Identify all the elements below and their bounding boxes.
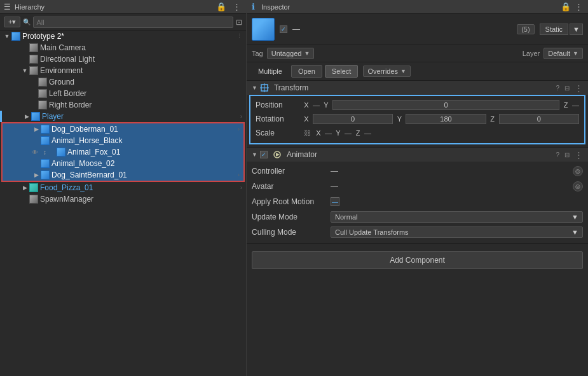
cube-icon-ground: [38, 78, 47, 87]
position-x-axis: X: [303, 101, 310, 109]
item-arrow-dog-doberman: ›: [238, 126, 243, 132]
animator-menu-icon[interactable]: ⋮: [575, 150, 583, 160]
animator-header[interactable]: ▼ ✓ Animator ? ⊟ ⋮: [247, 148, 588, 162]
hierarchy-toolbar: +▾ 🔍 ⊡: [0, 14, 246, 31]
tree-item-player[interactable]: ▶ Player ›: [0, 111, 246, 122]
transform-settings-icon[interactable]: ⊟: [564, 85, 570, 92]
rotation-x-axis: X: [303, 115, 310, 123]
position-z-value[interactable]: —: [572, 101, 579, 109]
hierarchy-list-icon: ☰: [4, 3, 11, 11]
tree-item-left-border[interactable]: Left Border: [0, 88, 246, 99]
collapse-arrow-prototype2: ▼: [3, 33, 11, 39]
rotation-z-axis: Z: [489, 115, 496, 123]
position-y-input[interactable]: [332, 100, 559, 110]
active-checkbox[interactable]: ✓: [280, 25, 287, 33]
position-x-value[interactable]: —: [313, 101, 320, 109]
tree-label-animal-horse: Animal_Horse_Black: [51, 136, 122, 145]
tree-label-food-pizza: Food_Pizza_01: [40, 183, 93, 192]
scale-y-value[interactable]: —: [345, 129, 352, 137]
tree-item-environment[interactable]: ▼ Environment: [0, 65, 246, 76]
avatar-select-btn[interactable]: ◎: [573, 181, 583, 191]
hierarchy-more-icon[interactable]: ⋮: [231, 2, 242, 11]
overrides-dropdown-arrow: ▼: [400, 68, 406, 74]
tree-item-spawn-manager[interactable]: SpawnManager: [0, 193, 246, 205]
tag-dropdown[interactable]: Untagged ▼: [267, 48, 315, 59]
tag-value: Untagged: [271, 50, 302, 57]
apply-root-row: Apply Root Motion —: [252, 195, 583, 209]
multiple-btn[interactable]: Multiple: [252, 66, 289, 77]
search-expand-icon[interactable]: ⊡: [236, 18, 242, 27]
select-btn[interactable]: Select: [325, 65, 359, 78]
animator-body: Controller — ◎ Avatar — ◎ Apply Root Mot…: [247, 162, 588, 243]
rotation-x-input[interactable]: [313, 114, 393, 124]
tree-label-right-border: Right Border: [49, 101, 92, 109]
item-arrow-prototype2: ⋮: [236, 33, 246, 39]
transform-menu-icon[interactable]: ⋮: [575, 83, 583, 93]
tree-label-animal-fox: Animal_Fox_01: [67, 148, 120, 157]
culling-mode-dropdown[interactable]: Cull Update Transforms ▼: [331, 226, 583, 238]
tree-item-animal-horse[interactable]: Animal_Horse_Black: [3, 135, 243, 146]
tree-item-dir-light[interactable]: Directional Light: [0, 53, 246, 65]
inspector-panel: ℹ Inspector 🔒 ⋮ ✓ — (5) Static ▼ Tag Unt…: [247, 0, 588, 376]
eye-icon-animal-fox: 👁: [32, 149, 42, 156]
transform-help-icon[interactable]: ?: [556, 85, 559, 92]
rotation-row: Rotation X Y Z: [256, 113, 579, 125]
cube-icon-environment: [29, 66, 38, 75]
inspector-more-icon[interactable]: ⋮: [575, 2, 583, 11]
rotation-y-input[interactable]: [406, 114, 486, 124]
tag-label: Tag: [252, 50, 263, 57]
tree-label-ground: Ground: [49, 78, 74, 87]
tree-item-main-camera[interactable]: Main Camera: [0, 42, 246, 53]
cube-icon-right-border: [38, 101, 47, 109]
apply-root-label: Apply Root Motion: [252, 197, 328, 206]
rotation-z-input[interactable]: [499, 114, 579, 124]
tree-label-spawn-manager: SpawnManager: [40, 195, 93, 204]
tree-item-animal-fox[interactable]: 👁 ↕ Animal_Fox_01: [3, 146, 243, 158]
position-y-axis: Y: [322, 101, 330, 109]
animator-enabled-checkbox[interactable]: ✓: [260, 151, 268, 158]
tree-item-food-pizza[interactable]: ▶ Food_Pizza_01 ›: [0, 182, 246, 193]
avatar-row: Avatar — ◎: [252, 179, 583, 193]
controller-value: —: [331, 167, 570, 176]
overrides-dropdown[interactable]: Overrides ▼: [363, 66, 411, 77]
tree-item-dog-doberman[interactable]: ▶ Dog_Doberman_01 ›: [3, 123, 243, 135]
transform-collapse-icon: ▼: [252, 85, 257, 91]
tree-item-dog-saint[interactable]: ▶ Dog_SaintBernard_01 ›: [3, 169, 243, 181]
animator-icon: [273, 150, 282, 159]
inspector-lock-icon[interactable]: 🔒: [561, 2, 571, 11]
scale-link-icon: ⛓: [304, 129, 311, 137]
overrides-label: Overrides: [367, 67, 398, 75]
tree-item-ground[interactable]: Ground: [0, 76, 246, 88]
transform-header[interactable]: ▼ Transform ? ⊟ ⋮: [247, 81, 588, 95]
scale-x-value[interactable]: —: [325, 129, 332, 137]
svg-marker-4: [276, 153, 280, 157]
add-button[interactable]: +▾: [4, 17, 20, 27]
tree-item-right-border[interactable]: Right Border: [0, 99, 246, 111]
tree-label-main-camera: Main Camera: [40, 43, 86, 52]
object-icon: [252, 18, 275, 41]
controller-select-btn[interactable]: ◎: [573, 166, 583, 176]
tree-item-prototype2[interactable]: ▼ Prototype 2* ⋮: [0, 31, 246, 42]
layer-dropdown[interactable]: Default ▼: [544, 48, 583, 59]
tree-item-animal-moose[interactable]: Animal_Moose_02: [3, 158, 243, 169]
static-dropdown[interactable]: ▼: [570, 24, 583, 35]
animator-settings-icon[interactable]: ⊟: [564, 151, 570, 158]
culling-mode-value: Cull Update Transforms: [335, 228, 409, 236]
search-input[interactable]: [33, 17, 233, 28]
scale-z-axis: Z: [354, 129, 362, 137]
animator-component: ▼ ✓ Animator ? ⊟ ⋮ Controller — ◎ Avatar…: [247, 148, 588, 244]
animator-help-icon[interactable]: ?: [556, 151, 559, 158]
apply-root-checkbox[interactable]: —: [331, 197, 339, 206]
cube-icon-dir-light: [29, 55, 38, 64]
hierarchy-lock-icon[interactable]: 🔒: [215, 2, 228, 11]
tree-label-prototype2: Prototype 2*: [22, 32, 64, 41]
static-label[interactable]: Static: [540, 24, 569, 35]
hierarchy-header: ☰ Hierarchy 🔒 ⋮: [0, 0, 246, 14]
cube-icon-prototype2: [11, 32, 20, 41]
open-btn[interactable]: Open: [291, 65, 322, 78]
transform-title: Transform: [274, 83, 554, 92]
update-mode-dropdown[interactable]: Normal ▼: [331, 211, 583, 223]
add-component-button[interactable]: Add Component: [252, 251, 583, 269]
scale-z-value[interactable]: —: [364, 129, 371, 137]
tree-label-left-border: Left Border: [49, 89, 86, 98]
